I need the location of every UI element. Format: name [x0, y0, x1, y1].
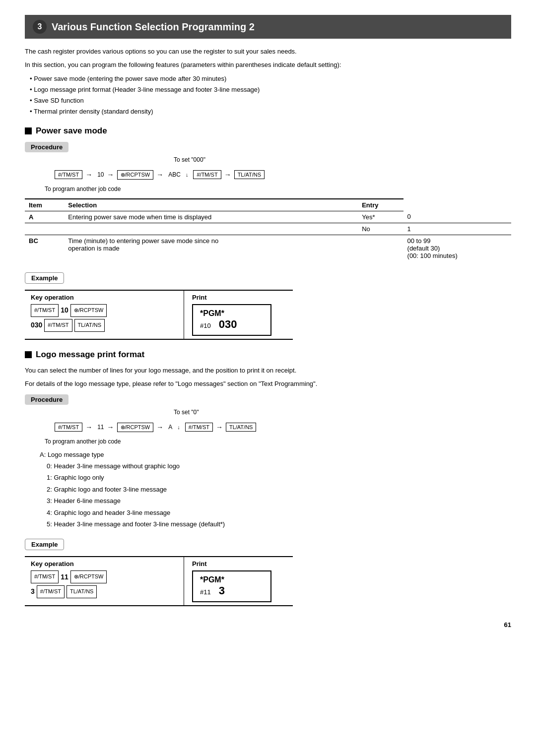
intro-line2: In this section, you can program the fol… [25, 60, 511, 70]
table-row-bc: BC Time (minute) to entering power save … [25, 235, 511, 261]
flow-label-abc: ABC [168, 171, 181, 178]
flow2-box-4: TL/AT/NS [226, 423, 256, 432]
flow2-down-arrow: ↓ [177, 424, 180, 430]
bullet-1: Power save mode (entering the power save… [30, 73, 511, 84]
kf2-box-1: #/TM/ST [31, 570, 59, 583]
kf-num-2: 030 [31, 319, 42, 331]
logo-info-4: 4: Graphic logo and header 3-line messag… [47, 507, 511, 518]
power-save-title: Power save mode [36, 126, 107, 136]
logo-info-2: 2: Graphic logo and footer 3-line messag… [47, 484, 511, 495]
flow-diagram-1: #/TM/ST → 10 → ⊗/RCPTSW → ABC ↓ #/TM/ST … [55, 170, 265, 182]
kf-num-1: 10 [61, 304, 68, 316]
col-item: Item [25, 199, 64, 211]
row-a2-entry: 1 [403, 223, 511, 235]
example-box-2: Example [25, 539, 64, 550]
chapter-title: Various Function Selection Programming 2 [52, 21, 255, 33]
logo-info-items: 0: Header 3-line message without graphic… [40, 460, 511, 530]
bullet-3: Save SD function [30, 95, 511, 106]
print-hash-2: #11 [200, 588, 211, 596]
flow-arrow-4: → [224, 171, 231, 178]
print-header-1: Print [192, 294, 285, 301]
print-hash-1: #10 [200, 322, 211, 329]
print-col-2: Print *PGM* #11 3 [184, 556, 293, 606]
print-pgm-1: *PGM* [200, 309, 264, 318]
chapter-number: 3 [33, 20, 47, 34]
logo-desc2: For details of the logo message type, pl… [25, 379, 511, 389]
flow-top-annotation-1: To set "000" [174, 156, 205, 163]
row-bc-selection [358, 235, 403, 261]
kf2-box-2: ⊗/RCPTSW [70, 570, 107, 583]
logo-info: A: Logo message type 0: Header 3-line me… [40, 449, 511, 530]
kf-box-3: #/TM/ST [44, 319, 72, 332]
key-line-logo-1: #/TM/ST 11 ⊗/RCPTSW [31, 570, 178, 583]
flow2-arrow-2: → [107, 424, 114, 431]
power-save-flow: To set "000" #/TM/ST → 10 → ⊗/RCPTSW → A… [25, 156, 511, 192]
key-seq-1: #/TM/ST 10 ⊗/RCPTSW 030 #/TM/ST TL/AT/NS [31, 304, 178, 332]
flow2-arrow-4: → [216, 424, 223, 431]
flow-down-arrow-1: ↓ [186, 172, 189, 178]
kf2-box-3: #/TM/ST [37, 585, 65, 598]
logo-square-icon [25, 351, 32, 358]
row-a-desc: Entering power save mode when time is di… [64, 211, 358, 223]
print-pgm-2: *PGM* [200, 575, 264, 584]
table-row-a: A Entering power save mode when time is … [25, 211, 511, 223]
row-bc-item: BC [25, 235, 64, 261]
kf2-num-1: 11 [61, 571, 68, 583]
key-operation-col-1: Key operation #/TM/ST 10 ⊗/RCPTSW 030 #/… [25, 290, 184, 340]
print-row-1: #10 030 [200, 318, 264, 331]
flow-box-2: ⊗/RCPTSW [117, 170, 154, 180]
row-bc-entry: 00 to 99 (default 30) (00: 100 minutes) [403, 235, 511, 261]
flow2-num-1: 11 [97, 424, 104, 431]
flow-top-annotation-2: To set "0" [174, 409, 199, 416]
procedure-box-1: Procedure [25, 142, 68, 152]
key-line-logo-2: 3 #/TM/ST TL/AT/NS [31, 585, 178, 598]
logo-info-3: 3: Header 6-line message [47, 495, 511, 506]
flow-row-2: #/TM/ST → 11 → ⊗/RCPTSW → A ↓ #/TM/ST → … [55, 423, 256, 432]
print-header-2: Print [192, 560, 285, 567]
key-op-header-1: Key operation [31, 294, 178, 301]
bullet-2: Logo message print format (Header 3-line… [30, 84, 511, 95]
print-number-1: 030 [219, 318, 237, 331]
logo-flow: To set "0" #/TM/ST → 11 → ⊗/RCPTSW → A ↓… [25, 409, 511, 445]
example-box-1: Example [25, 272, 64, 284]
logo-section: Logo message print format You can select… [25, 350, 511, 606]
row-a2-desc [64, 223, 358, 235]
power-save-table: Item Selection Entry A Entering power sa… [25, 198, 511, 261]
flow-arrow-2: → [107, 171, 114, 178]
page-number: 61 [25, 621, 511, 629]
flow2-box-1: #/TM/ST [55, 423, 82, 432]
key-print-section-2: Key operation #/TM/ST 11 ⊗/RCPTSW 3 #/TM… [25, 556, 511, 606]
flow-diagram-2: #/TM/ST → 11 → ⊗/RCPTSW → A ↓ #/TM/ST → … [55, 423, 256, 434]
print-row-2: #11 3 [200, 584, 264, 597]
flow-bottom-annotation-2: To program another job code [45, 438, 121, 445]
logo-info-1: 1: Graphic logo only [47, 472, 511, 483]
table-header-row: Item Selection Entry [25, 199, 511, 211]
row-a-item: A [25, 211, 64, 223]
logo-heading: Logo message print format [25, 350, 511, 360]
key-seq-2: #/TM/ST 11 ⊗/RCPTSW 3 #/TM/ST TL/AT/NS [31, 570, 178, 598]
intro-bullets: Power save mode (entering the power save… [25, 73, 511, 117]
flow-box-4: TL/AT/NS [234, 170, 265, 179]
key-op-header-2: Key operation [31, 560, 178, 567]
print-col-1: Print *PGM* #10 030 [184, 290, 293, 340]
flow-bottom-annotation-1: To program another job code [45, 186, 121, 192]
row-a2-selection: No [358, 223, 403, 235]
kf-box-2: ⊗/RCPTSW [70, 304, 107, 317]
kf2-num-2: 3 [31, 585, 35, 598]
table-row-a-2: No 1 [25, 223, 511, 235]
bullet-4: Thermal printer density (standard densit… [30, 106, 511, 117]
flow-box-3: #/TM/ST [193, 170, 221, 179]
flow-box-1: #/TM/ST [55, 170, 82, 179]
section-square-icon [25, 127, 32, 134]
col-entry: Entry [358, 199, 403, 211]
flow2-arrow-1: → [85, 424, 92, 431]
flow-num-1: 10 [97, 171, 104, 178]
kf2-box-4: TL/AT/NS [67, 585, 97, 598]
flow-arrow-3: → [156, 171, 163, 178]
logo-desc1: You can select the number of lines for y… [25, 366, 511, 376]
key-line-2: 030 #/TM/ST TL/AT/NS [31, 319, 178, 332]
print-number-2: 3 [219, 584, 225, 597]
flow2-label-a: A [168, 424, 172, 431]
row-a2-item [25, 223, 64, 235]
flow2-box-3: #/TM/ST [185, 423, 213, 432]
